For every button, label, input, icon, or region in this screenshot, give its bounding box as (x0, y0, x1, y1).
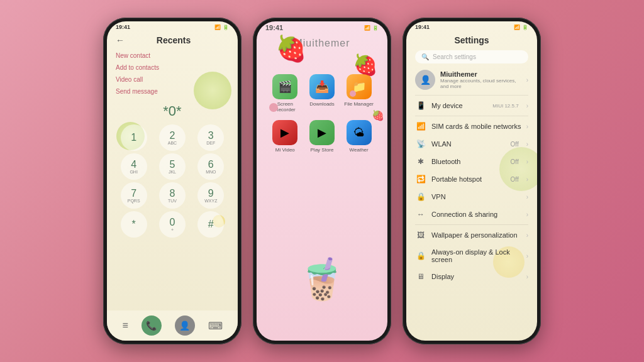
new-contact-action[interactable]: New contact (116, 50, 229, 61)
wlan-value: Off (511, 141, 519, 148)
profile-sub: Manage accounts, cloud services, and mor… (440, 78, 521, 89)
status-icons-2: 📶 🔋 (364, 25, 379, 31)
settings-bluetooth[interactable]: ✱ Bluetooth Off › (406, 153, 537, 170)
wlan-icon: 📡 (415, 140, 426, 148)
dial-key-5[interactable]: 5JKL (159, 153, 186, 180)
search-placeholder: Search settings (433, 53, 476, 60)
deco-pink-ball-1 (269, 103, 278, 112)
bluetooth-icon: ✱ (415, 157, 426, 166)
add-contacts-action[interactable]: Add to contacts (116, 62, 229, 73)
dial-key-star[interactable]: * (121, 211, 147, 238)
play-store-icon: ▶ (309, 120, 335, 145)
status-bar-2: 19:41 📶 🔋 (257, 21, 387, 33)
divider-1 (415, 116, 528, 116)
dial-key-4[interactable]: 4GHI (121, 153, 147, 180)
dial-key-6[interactable]: 6MNO (197, 153, 224, 180)
dial-key-7[interactable]: 7PQRS (121, 182, 147, 209)
vpn-chevron: › (526, 194, 528, 200)
dialpad-icon[interactable]: ⌨ (208, 320, 223, 332)
dial-key-3[interactable]: 3DEF (197, 124, 224, 151)
connection-label: Connection & sharing (431, 211, 521, 218)
app-play-store[interactable]: ▶ Play Store (306, 120, 338, 153)
status-icons-1: 📶 🔋 (214, 25, 229, 30)
settings-sim[interactable]: 📶 SIM cards & mobile networks › (406, 118, 537, 135)
profile-info: Miuithemer Manage accounts, cloud servic… (440, 70, 521, 89)
miui-version: MIUI 12.5.7 (492, 103, 518, 109)
profile-chevron: › (526, 77, 528, 84)
phone-settings: 19:41 📶 🔋 Settings 🔍 Search settings 👤 M… (402, 18, 541, 344)
app-file-manager[interactable]: 📁 File Manager (343, 74, 375, 112)
settings-wlan[interactable]: 📡 WLAN Off › (406, 135, 537, 153)
status-time-3: 19:41 (415, 24, 430, 30)
connection-chevron: › (526, 211, 528, 218)
recents-title: Recents (131, 35, 216, 45)
dial-key-hash[interactable]: # (197, 211, 224, 238)
settings-title: Settings (406, 31, 537, 48)
hotspot-icon: 🔁 (415, 175, 426, 184)
hotspot-label: Portable hotspot (431, 175, 506, 183)
deco-strawberry-1: 🍓 (275, 34, 307, 63)
call-button[interactable]: 📞 (142, 315, 162, 336)
contacts-icon[interactable]: 👤 (175, 315, 195, 336)
settings-wallpaper[interactable]: 🖼 Wallpaper & personalization › (406, 226, 537, 244)
phone-home: 🍓 🍓 🍓 🧋 19:41 📶 🔋 Miuithemer 🎬 Screen Re… (253, 18, 391, 344)
sim-label: SIM cards & mobile networks (431, 123, 521, 130)
profile-avatar: 👤 (415, 70, 435, 90)
phone1-bottom-bar: ≡ 📞 👤 ⌨ (107, 310, 238, 341)
dial-key-2[interactable]: 2ABC (159, 124, 186, 151)
dial-key-8[interactable]: 8TUV (159, 182, 186, 209)
my-device-label: My device (431, 102, 487, 109)
lock-label: Always-on display & Lock screen (431, 248, 521, 263)
status-bar-1: 19:41 📶 🔋 (107, 21, 238, 31)
settings-display[interactable]: 🖥 Display › (406, 268, 537, 285)
contact-actions: New contact Add to contacts Video call S… (107, 48, 238, 99)
mi-video-label: Mi Video (275, 147, 295, 153)
deco-strawberry-3: 🍓 (372, 109, 384, 121)
connection-icon: ↔ (415, 210, 426, 219)
recents-header: ← Recents (107, 31, 238, 48)
settings-my-device[interactable]: 📱 My device MIUI 12.5.7 › (406, 97, 537, 114)
downloads-label: Downloads (309, 101, 335, 107)
send-message-action[interactable]: Send message (116, 86, 229, 97)
sim-icon: 📶 (415, 122, 426, 131)
weather-label: Weather (350, 147, 369, 153)
bluetooth-value: Off (511, 158, 519, 165)
video-call-action[interactable]: Video call (116, 74, 229, 85)
deco-drink-cup: 🧋 (297, 256, 347, 303)
wlan-label: WLAN (431, 140, 506, 148)
status-time-2: 19:41 (265, 24, 283, 31)
dialpad-grid: 1 2ABC 3DEF 4GHI 5JKL 6MNO 7PQRS 8TUV 9W… (107, 122, 238, 240)
settings-connection-sharing[interactable]: ↔ Connection & sharing › (406, 206, 537, 223)
sim-chevron: › (526, 123, 528, 130)
back-button[interactable]: ← (116, 35, 125, 45)
dial-key-1[interactable]: 1 (121, 124, 147, 151)
dial-key-9[interactable]: 9WXYZ (197, 182, 224, 209)
app-weather[interactable]: 🌤 Weather (343, 120, 375, 153)
wallpaper-icon: 🖼 (415, 231, 426, 239)
downloads-icon: 📥 (309, 74, 335, 99)
profile-name: Miuithemer (440, 70, 521, 78)
app-mi-video[interactable]: ▶ Mi Video (269, 120, 301, 153)
bluetooth-label: Bluetooth (431, 158, 506, 165)
wallpaper-label: Wallpaper & personalization (431, 231, 521, 239)
dial-key-0[interactable]: 0+ (159, 211, 186, 238)
settings-vpn[interactable]: 🔒 VPN › (406, 188, 537, 206)
app-downloads[interactable]: 📥 Downloads (306, 74, 338, 112)
menu-icon[interactable]: ≡ (122, 320, 128, 331)
hotspot-value: Off (511, 176, 519, 183)
wallpaper-chevron: › (526, 232, 528, 239)
bluetooth-chevron: › (526, 158, 528, 165)
status-bar-3: 19:41 📶 🔋 (406, 21, 537, 31)
weather-icon: 🌤 (347, 120, 372, 145)
wlan-chevron: › (526, 141, 528, 148)
mi-video-icon: ▶ (272, 120, 297, 145)
settings-hotspot[interactable]: 🔁 Portable hotspot Off › (406, 170, 537, 188)
settings-search[interactable]: 🔍 Search settings (415, 50, 528, 63)
divider-2 (415, 224, 528, 225)
lock-icon: 🔒 (415, 251, 426, 260)
settings-lock-screen[interactable]: 🔒 Always-on display & Lock screen › (406, 244, 537, 268)
deco-pink-ball-2 (350, 90, 356, 97)
profile-row[interactable]: 👤 Miuithemer Manage accounts, cloud serv… (406, 66, 537, 94)
status-icons-3: 📶 🔋 (514, 25, 528, 30)
deco-strawberry-2: 🍓 (353, 53, 378, 77)
